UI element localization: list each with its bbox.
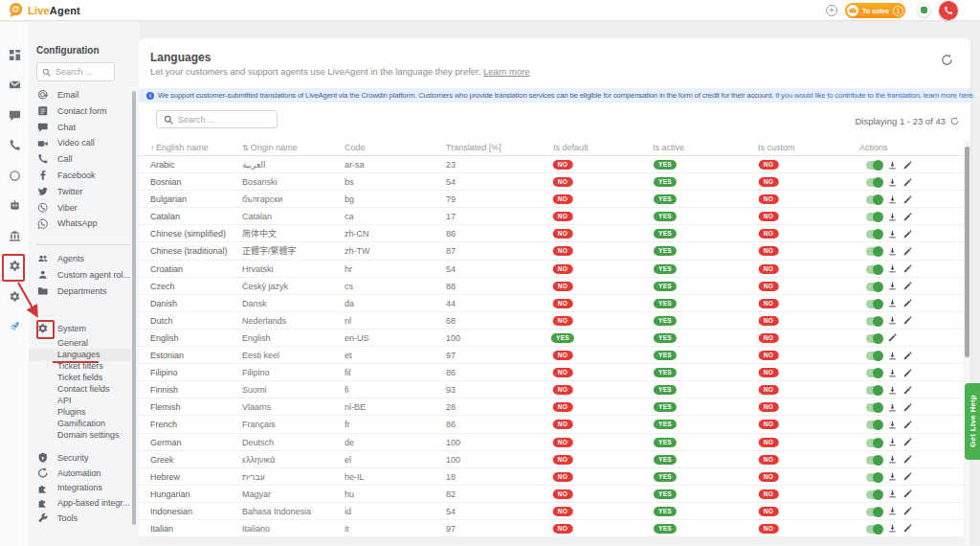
active-toggle[interactable] (866, 195, 882, 204)
active-toggle[interactable] (866, 352, 882, 360)
sidebar-item-viber[interactable]: Viber (29, 201, 139, 215)
sidebar-item-contact-form[interactable]: Contact form (29, 104, 139, 118)
active-toggle[interactable] (866, 334, 882, 343)
download-icon[interactable] (888, 489, 897, 498)
liveagent-logo[interactable]: @ LiveAgent (8, 2, 80, 18)
sidebar-subitem-plugins[interactable]: Plugins (29, 406, 139, 419)
sidebar-subitem-gamification[interactable]: Gamification (29, 418, 139, 430)
download-icon[interactable] (888, 403, 897, 412)
sidebar-item-chat[interactable]: Chat (29, 121, 139, 134)
edit-icon[interactable] (903, 489, 912, 498)
edit-icon[interactable] (903, 438, 912, 446)
learn-more-link[interactable]: Learn more (483, 66, 530, 77)
banner-link[interactable]: If you would like to contribute to the t… (775, 91, 975, 100)
download-icon[interactable] (888, 213, 897, 221)
active-toggle[interactable] (866, 456, 882, 465)
active-toggle[interactable] (866, 508, 882, 516)
phone-status-button[interactable] (939, 1, 958, 20)
active-toggle[interactable] (866, 386, 882, 395)
edit-icon[interactable] (903, 230, 912, 239)
sidebar-subitem-domain-settings[interactable]: Domain settings (29, 429, 139, 442)
sidebar-item-whatsapp[interactable]: WhatsApp (29, 216, 139, 230)
download-icon[interactable] (888, 421, 897, 429)
active-toggle[interactable] (866, 300, 882, 308)
edit-icon[interactable] (903, 524, 912, 533)
clock-icon[interactable] (0, 170, 29, 182)
download-icon[interactable] (888, 247, 897, 256)
table-scrollbar-thumb[interactable] (965, 147, 969, 357)
download-icon[interactable] (888, 524, 897, 533)
refresh-small-icon[interactable] (950, 117, 959, 125)
active-toggle[interactable] (866, 161, 882, 170)
edit-icon[interactable] (903, 472, 912, 481)
table-search-input[interactable]: Search ... (156, 110, 278, 128)
edit-icon[interactable] (903, 213, 912, 221)
sidebar-item-video-call[interactable]: Video call (29, 136, 139, 149)
edit-icon[interactable] (903, 386, 912, 395)
sidebar-scrollbar[interactable] (132, 91, 136, 525)
active-toggle[interactable] (866, 283, 882, 291)
sidebar-item-automation[interactable]: Automation (29, 466, 139, 480)
edit-icon[interactable] (903, 282, 912, 290)
active-toggle[interactable] (866, 421, 882, 429)
download-icon[interactable] (888, 507, 897, 515)
sidebar-subitem-languages[interactable]: Languages (29, 349, 131, 361)
bot-icon[interactable] (0, 199, 29, 212)
download-icon[interactable] (888, 352, 897, 360)
sidebar-subitem-contact-fields[interactable]: Contact fields (29, 383, 139, 396)
download-icon[interactable] (888, 316, 897, 325)
download-icon[interactable] (888, 438, 897, 446)
edit-icon[interactable] (903, 316, 912, 325)
sidebar-item-call[interactable]: Call (29, 152, 139, 166)
sidebar-item-security[interactable]: Security (29, 451, 139, 465)
edit-icon[interactable] (903, 507, 912, 515)
active-toggle[interactable] (866, 525, 882, 534)
download-icon[interactable] (888, 282, 897, 290)
download-icon[interactable] (888, 386, 897, 395)
download-icon[interactable] (888, 299, 897, 307)
column-header-origin-name[interactable]: ⇅Origin name (242, 141, 298, 155)
to-solve-button[interactable]: To solve 1 (845, 3, 905, 18)
active-toggle[interactable] (866, 213, 882, 221)
active-toggle[interactable] (866, 439, 882, 447)
sidebar-search-input[interactable]: Search ... (36, 62, 115, 81)
phone-icon[interactable] (0, 139, 29, 151)
academy-icon[interactable] (0, 230, 29, 242)
sidebar-item-agents[interactable]: Agents (29, 252, 139, 265)
chat-icon[interactable] (0, 109, 29, 122)
edit-icon[interactable] (903, 369, 912, 377)
download-icon[interactable] (888, 161, 897, 170)
edit-icon[interactable] (903, 161, 912, 170)
active-toggle[interactable] (866, 490, 882, 499)
add-icon[interactable]: + (826, 5, 837, 16)
download-icon[interactable] (888, 195, 897, 204)
sidebar-item-app-based-integr-[interactable]: App-based integr... (29, 496, 139, 510)
download-icon[interactable] (888, 472, 897, 481)
edit-icon[interactable] (903, 352, 912, 360)
dashboard-icon[interactable] (0, 49, 29, 61)
edit-icon[interactable] (903, 264, 912, 273)
active-toggle[interactable] (866, 473, 882, 482)
get-live-help-tab[interactable]: Get Live Help (965, 383, 980, 460)
active-toggle[interactable] (866, 369, 882, 377)
edit-icon[interactable] (903, 178, 912, 187)
sidebar-item-twitter[interactable]: Twitter (29, 185, 139, 198)
active-toggle[interactable] (866, 247, 882, 256)
sidebar-item-integrations[interactable]: Integrations (29, 481, 139, 494)
column-header-translated-[interactable]: Translated [%] (446, 141, 501, 155)
edit-icon[interactable] (903, 421, 912, 429)
download-icon[interactable] (888, 264, 897, 273)
edit-icon[interactable] (903, 403, 912, 412)
sidebar-item-tools[interactable]: Tools (29, 512, 139, 525)
download-icon[interactable] (888, 369, 897, 377)
sidebar-subitem-api[interactable]: API (29, 395, 139, 407)
column-header-english-name[interactable]: ↑English name (150, 141, 209, 155)
chat-status-button[interactable] (917, 3, 931, 17)
download-icon[interactable] (888, 455, 897, 464)
table-scrollbar[interactable] (964, 141, 970, 546)
edit-icon[interactable] (903, 195, 912, 204)
mail-icon[interactable] (0, 79, 29, 91)
column-header-code[interactable]: Code (345, 141, 366, 155)
edit-icon[interactable] (903, 247, 912, 256)
sidebar-subitem-ticket-fields[interactable]: Ticket fields (29, 372, 139, 384)
